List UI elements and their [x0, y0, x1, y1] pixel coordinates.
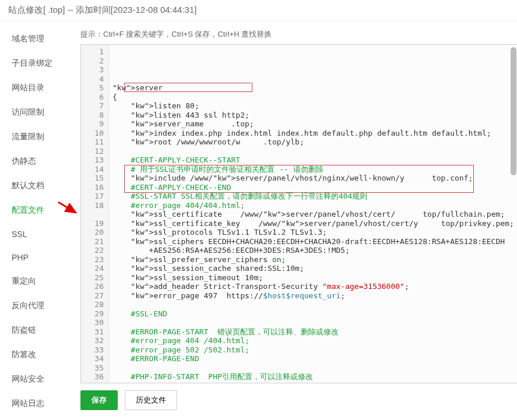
save-button[interactable]: 保存	[80, 390, 118, 410]
code-line: #CERT-APPLY-CHECK--START	[112, 156, 514, 165]
sidebar-item[interactable]: PHP	[0, 246, 70, 269]
code-line: #SSL-START SSL相关配置，请勿删除或修改下一行带注释的404规则	[112, 192, 514, 201]
sidebar-item[interactable]: 网站安全	[0, 367, 70, 391]
history-button[interactable]: 历史文件	[125, 390, 177, 410]
code-line: {	[112, 93, 514, 102]
code-line: #error_page 404/404.html;	[112, 201, 514, 210]
sidebar-item[interactable]: 访问限制	[0, 100, 70, 125]
code-line: #ERROR-PAGE-START 错误页配置，可以注释、删除或修改	[112, 327, 514, 337]
sidebar-item[interactable]: 防盗链	[0, 318, 70, 343]
code-line: #error_page 404 /404.html;	[112, 336, 514, 345]
sidebar-item[interactable]: 默认文档	[0, 174, 70, 198]
code-editor[interactable]: 1234567891011121314151617181920212223242…	[80, 44, 517, 383]
code-line: "kw">server_name .top;	[112, 119, 514, 129]
sidebar-item[interactable]: 防篡改	[0, 343, 70, 367]
code-line: #SSL-END	[112, 309, 514, 319]
code-line: "kw">listen 443 ssl http2;	[112, 111, 514, 120]
code-line	[112, 300, 514, 309]
sidebar: 域名管理子目录绑定网站目录访问限制流量限制伪静态默认文档配置文件SSLPHP重定…	[0, 21, 70, 420]
code-line: #error_page 502 /502.html;	[112, 345, 514, 355]
code-line: #ERROR-PAGE-END	[112, 354, 514, 363]
code-line: "kw">ssl_certificate /www/"kw">server/pa…	[112, 210, 514, 219]
code-line: "kw">root /www/wwwroot/w .top/ylb;	[112, 137, 514, 147]
code-line: #PHP-INFO-START PHP引用配置，可以注释或修改	[112, 372, 514, 382]
code-line: "kw">ssl_prefer_server_ciphers on;	[112, 255, 514, 264]
sidebar-item[interactable]: 网站日志	[0, 391, 70, 416]
code-line	[112, 318, 514, 327]
code-area[interactable]: "kw">server{ "kw">listen 80; "kw">listen…	[109, 45, 517, 383]
code-line: "kw">ssl_protocols TLSv1.1 TLSv1.2 TLSv1…	[112, 228, 514, 237]
sidebar-item[interactable]: 域名管理	[0, 27, 70, 51]
sidebar-item[interactable]: 网站目录	[0, 76, 70, 100]
code-line: "kw">ssl_session_cache shared:SSL:10m;	[112, 264, 514, 273]
code-line: "kw">ssl_ciphers EECDH+CHACHA20:EECDH+CH…	[112, 237, 514, 255]
code-line: "kw">error_page 497 https://$host$reques…	[112, 291, 514, 301]
scrollbar[interactable]	[511, 47, 516, 380]
sidebar-item[interactable]: 伪静态	[0, 149, 70, 174]
sidebar-item[interactable]: SSL	[0, 223, 70, 246]
sidebar-item[interactable]: 子目录绑定	[0, 51, 70, 76]
scrollbar-thumb[interactable]	[511, 47, 516, 175]
hint-text: 提示：Ctrl+F 搜索关键字，Ctrl+S 保存，Ctrl+H 查找替换	[80, 29, 517, 40]
code-line: "kw">include /www/"kw">server/panel/vhos…	[112, 174, 514, 183]
line-gutter: 1234567891011121314151617181920212223242…	[81, 45, 109, 383]
code-line: "kw">ssl_certificate_key /www/"kw">serve…	[112, 219, 514, 228]
code-line	[112, 363, 514, 373]
code-line: "kw">listen 80;	[112, 101, 514, 111]
sidebar-item[interactable]: 重定向	[0, 269, 70, 294]
code-line: #CERT-APPLY-CHECK--END	[112, 183, 514, 192]
code-line: "kw">include enable-php-74.conf;	[112, 382, 514, 383]
dialog-title: 站点修改[ .top] -- 添加时间[2023-12-08 04:44:31]	[0, 0, 517, 21]
code-line: "kw">ssl_session_timeout 10m;	[112, 273, 514, 283]
code-line: "kw">add_header Strict-Transport-Securit…	[112, 282, 514, 291]
code-line: "kw">server	[112, 83, 514, 93]
code-line: # 用于SSL证书申请时的文件验证相关配置 -- 请勿删除	[112, 165, 514, 174]
sidebar-item[interactable]: 反向代理	[0, 294, 70, 318]
code-line: "kw">index index.php index.html index.ht…	[112, 129, 514, 138]
sidebar-item[interactable]: 流量限制	[0, 125, 70, 149]
code-line	[112, 147, 514, 156]
sidebar-item[interactable]: 配置文件	[0, 198, 70, 223]
